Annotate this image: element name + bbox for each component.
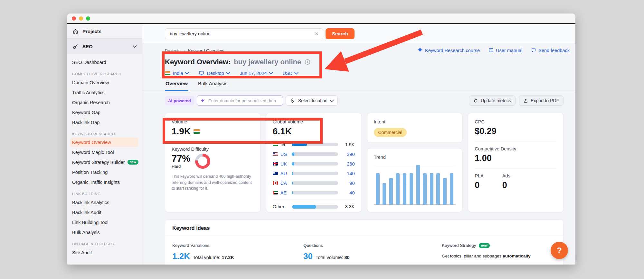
keyword-strategy-label[interactable]: Keyword Strategy new xyxy=(442,243,556,248)
pla-label: PLA xyxy=(475,173,483,178)
send-feedback-link[interactable]: Send feedback xyxy=(531,48,570,54)
country-code[interactable]: AE xyxy=(280,190,289,195)
trend-bar xyxy=(443,178,447,205)
ads-label: Ads xyxy=(502,173,510,178)
country-volume-row-in: IN1.9K xyxy=(273,141,355,148)
help-button[interactable]: ? xyxy=(551,242,568,259)
breadcrumb-projects[interactable]: Projects xyxy=(165,48,181,53)
filters-row: India Desktop Jun 17, xyxy=(165,70,570,76)
country-volume-bar xyxy=(292,181,338,185)
add-keyword-icon[interactable] xyxy=(304,59,311,65)
trend-chart xyxy=(374,165,456,205)
volume-label: Volume xyxy=(172,119,254,124)
search-button[interactable]: Search xyxy=(326,28,355,39)
select-location-dropdown[interactable]: Select location xyxy=(286,95,338,106)
trend-bar xyxy=(450,173,453,205)
chevron-down-icon xyxy=(133,44,137,48)
country-volume-value[interactable]: 390 xyxy=(341,152,355,157)
keyword-research-course-link[interactable]: Keyword Research course xyxy=(417,47,480,54)
sidebar-item-organic-research[interactable]: Organic Research xyxy=(67,97,142,107)
keyword-variations-block: Keyword Variations 1.2K Total volume: 17… xyxy=(172,243,303,261)
trend-bar xyxy=(416,165,420,205)
refresh-icon xyxy=(473,98,478,103)
sidebar-item-domain-overview[interactable]: Domain Overview xyxy=(67,77,142,87)
tab-overview[interactable]: Overview xyxy=(165,81,188,91)
trend-bars xyxy=(374,165,456,205)
sidebar-item-organic-traffic-insights[interactable]: Organic Traffic Insights xyxy=(67,177,142,187)
competitive-density-value: 1.00 xyxy=(475,153,492,163)
device-filter-dropdown[interactable]: Desktop xyxy=(199,70,229,76)
search-input-wrap: × xyxy=(165,28,323,39)
tab-bulk-analysis[interactable]: Bulk Analysis xyxy=(197,81,228,91)
new-badge: new xyxy=(128,160,138,165)
export-to-pdf-button[interactable]: Export to PDF xyxy=(519,95,564,106)
sidebar-item-backlink-gap[interactable]: Backlink Gap xyxy=(67,117,142,127)
country-code[interactable]: US xyxy=(280,152,289,157)
global-volume-breakdown: IN1.9KUS390UK260AU140CA90AE40Other3.3K xyxy=(273,141,355,210)
country-volume-row-au: AU140 xyxy=(273,170,355,177)
book-icon xyxy=(488,48,494,54)
questions-label[interactable]: Questions xyxy=(303,243,442,248)
sidebar-seo-label: SEO xyxy=(82,44,93,49)
close-window-icon[interactable] xyxy=(72,16,76,21)
chat-bubble-icon xyxy=(531,48,536,54)
country-volume-row-us: US390 xyxy=(273,151,355,158)
sidebar-item-keyword-gap[interactable]: Keyword Gap xyxy=(67,107,142,117)
location-pin-icon xyxy=(290,98,295,103)
clear-search-icon[interactable]: × xyxy=(314,31,319,37)
country-volume-row-other: Other3.3K xyxy=(273,200,355,210)
currency-filter-dropdown[interactable]: USD xyxy=(283,71,298,76)
country-volume-bar xyxy=(292,205,338,209)
keyword-variations-count[interactable]: 1.2K xyxy=(172,251,190,261)
minimize-window-icon[interactable] xyxy=(79,16,83,21)
sidebar-item-keyword-overview[interactable]: Keyword Overview xyxy=(70,138,138,147)
cpc-card: CPC $0.29 Competitive Density 1.00 PLA 0 xyxy=(468,113,564,212)
country-volume-bar xyxy=(292,191,338,194)
page-title: Keyword Overview: buy jewellery online xyxy=(165,58,570,66)
keyword-variations-label[interactable]: Keyword Variations xyxy=(172,243,303,248)
sidebar-item-backlink-analytics[interactable]: Backlink Analytics xyxy=(67,197,142,207)
user-manual-link[interactable]: User manual xyxy=(488,48,522,54)
country-volume-value: 3.3K xyxy=(341,204,355,209)
graduation-cap-icon xyxy=(417,47,423,54)
country-code[interactable]: UK xyxy=(280,161,289,166)
ai-powered-badge: AI-powered xyxy=(165,96,194,105)
flag-ae-icon xyxy=(273,191,278,194)
trend-bar xyxy=(396,173,400,205)
country-code[interactable]: AU xyxy=(280,171,289,176)
sidebar-item-projects[interactable]: Projects xyxy=(67,24,142,39)
questions-block: Questions 30 Total volume: 80 xyxy=(303,243,442,261)
sidebar-item-seo-dashboard[interactable]: SEO Dashboard xyxy=(67,57,142,67)
country-volume-value[interactable]: 260 xyxy=(341,161,355,166)
update-metrics-button[interactable]: Update metrics xyxy=(469,95,516,106)
sidebar-item-backlink-audit[interactable]: Backlink Audit xyxy=(67,207,142,217)
sidebar-item-site-audit[interactable]: Site Audit xyxy=(67,248,142,257)
country-volume-value[interactable]: 140 xyxy=(341,171,355,176)
country-volume-value[interactable]: 90 xyxy=(341,181,355,186)
sidebar-nav: SEO DashboardCOMPETITIVE RESEARCHDomain … xyxy=(67,54,142,260)
sidebar-item-bulk-analysis[interactable]: Bulk Analysis xyxy=(67,227,142,237)
sidebar: Projects SEO SEO DashboardCOMPETITIVE RE… xyxy=(67,24,142,265)
sidebar-item-keyword-magic-tool[interactable]: Keyword Magic Tool xyxy=(67,147,142,157)
page-title-keyword: buy jewellery online xyxy=(234,58,301,66)
keyword-search-input[interactable] xyxy=(169,31,314,37)
sidebar-item-link-building-tool[interactable]: Link Building Tool xyxy=(67,217,142,227)
country-volume-value[interactable]: 40 xyxy=(341,190,355,195)
questions-count[interactable]: 30 xyxy=(303,251,313,261)
domain-input[interactable] xyxy=(208,98,279,104)
difficulty-donut xyxy=(195,154,210,169)
divider xyxy=(475,168,557,168)
maximize-window-icon[interactable] xyxy=(86,16,90,21)
country-code[interactable]: CA xyxy=(280,181,289,186)
chevron-down-icon xyxy=(294,70,298,75)
date-filter-dropdown[interactable]: Jun 17, 2024 xyxy=(240,71,272,76)
breadcrumb: Projects › Keyword Overview xyxy=(165,48,224,53)
flag-in-icon xyxy=(165,71,170,75)
cpc-label: CPC xyxy=(475,119,557,124)
country-filter-dropdown[interactable]: India xyxy=(165,71,188,76)
sidebar-item-seo[interactable]: SEO xyxy=(67,39,142,54)
key-icon xyxy=(72,43,79,50)
sidebar-item-keyword-strategy-builder[interactable]: Keyword Strategy Buildernew xyxy=(67,157,142,167)
sidebar-item-traffic-analytics[interactable]: Traffic Analytics xyxy=(67,87,142,97)
sidebar-item-position-tracking[interactable]: Position Tracking xyxy=(67,167,142,177)
